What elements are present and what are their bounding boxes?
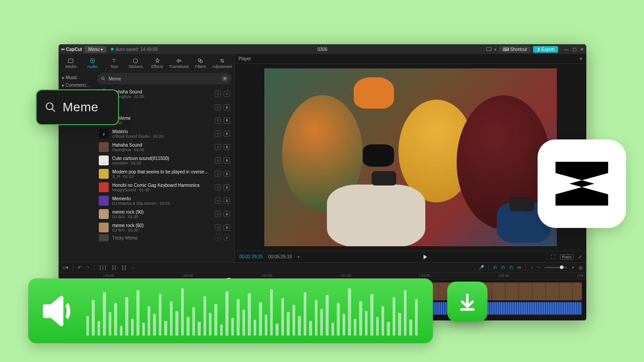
waveform-graphic bbox=[86, 286, 418, 336]
export-button[interactable]: ⬆ Export bbox=[533, 46, 558, 53]
tree-item-commercial[interactable]: ▸ Commercia... bbox=[60, 81, 93, 89]
zoom-fit-icon[interactable]: ◎ bbox=[579, 265, 583, 270]
svg-point-3 bbox=[134, 59, 138, 63]
tab-text[interactable]: Text bbox=[104, 56, 124, 71]
track-title: meme rock (60) bbox=[112, 223, 211, 228]
audio-track-row[interactable]: ♪ Mistério Official Sound Studio · 00:20… bbox=[97, 127, 232, 140]
track-thumb bbox=[99, 234, 109, 241]
download-button[interactable]: ⬇ bbox=[224, 171, 230, 177]
layout-icon[interactable] bbox=[486, 47, 491, 51]
download-button[interactable]: ⬇ bbox=[224, 157, 230, 164]
audio-track-row[interactable]: meme rock (90) DJ BAI · 01:30 ☆⬇ bbox=[97, 207, 232, 221]
asset-tabstrip: Media Audio Text Stickers Effects Transi… bbox=[59, 54, 234, 71]
favorite-button[interactable]: ☆ bbox=[215, 171, 221, 177]
trim-right-tool[interactable]: ][ bbox=[121, 265, 127, 270]
download-button[interactable]: ⬇ bbox=[224, 198, 230, 204]
track-subtitle: DJ Matcha & Slip.stream · 02:55 bbox=[112, 201, 211, 206]
zoom-out-icon[interactable]: ○ bbox=[530, 265, 533, 270]
redo-button[interactable]: ↷ bbox=[86, 265, 89, 270]
favorite-button[interactable]: ☆ bbox=[215, 184, 221, 190]
zoom-slider[interactable] bbox=[545, 267, 567, 268]
tab-filters[interactable]: Filters bbox=[190, 56, 211, 71]
snap-main-icon[interactable]: ⊓ bbox=[493, 265, 497, 270]
snap-preview-icon[interactable]: ⊓ bbox=[501, 265, 505, 270]
tab-audio[interactable]: Audio bbox=[82, 56, 102, 71]
audio-track-row[interactable]: Tricky Meme ☆⬇ bbox=[97, 234, 232, 241]
select-tool[interactable]: ▭▾ bbox=[62, 265, 68, 270]
track-subtitle: 01:00 bbox=[112, 121, 211, 125]
download-overlay-chip[interactable] bbox=[447, 282, 487, 322]
svg-point-9 bbox=[46, 103, 53, 109]
track-thumb bbox=[99, 182, 109, 192]
ratio-button[interactable]: Ratio bbox=[560, 254, 574, 260]
zoom-plus[interactable]: + bbox=[572, 265, 574, 270]
ruler-tick: | 02:30 bbox=[498, 274, 509, 278]
player-menu-icon[interactable]: ≡ bbox=[580, 56, 583, 61]
download-button[interactable]: ⬇ bbox=[224, 144, 230, 150]
download-button[interactable]: ⬇ bbox=[224, 224, 230, 231]
track-thumb bbox=[99, 142, 109, 152]
scale-icon[interactable]: ⛶ bbox=[551, 254, 555, 259]
maximize-button[interactable]: ▢ bbox=[572, 47, 576, 52]
tree-item-music[interactable]: ▸ Music bbox=[60, 74, 93, 81]
search-overlay-chip: Meme bbox=[36, 89, 119, 125]
audio-track-row[interactable]: Memento DJ Matcha & Slip.stream · 02:55 … bbox=[97, 194, 232, 207]
download-button[interactable]: ⬇ bbox=[224, 118, 230, 124]
clear-search-button[interactable]: ✕ bbox=[222, 76, 228, 82]
download-button[interactable]: ⬇ bbox=[224, 130, 230, 137]
favorite-button[interactable]: ☆ bbox=[215, 198, 221, 204]
timecode-total: 00:05:25:18 bbox=[268, 254, 292, 259]
close-button[interactable]: ✕ bbox=[580, 47, 584, 52]
autosave-dot-icon bbox=[111, 48, 114, 51]
zoom-minus[interactable]: − bbox=[538, 265, 540, 270]
split-tool[interactable]: ]|[ bbox=[99, 265, 107, 270]
add-button[interactable]: + bbox=[224, 91, 230, 97]
autosave-status: Auto saved: 14:49:09 bbox=[111, 47, 158, 52]
audio-track-row[interactable]: meme rock (60) DJ BAI · 01:00 ☆⬇ bbox=[97, 221, 232, 234]
favorite-button[interactable]: ☆ bbox=[215, 130, 221, 137]
tab-media[interactable]: Media bbox=[60, 56, 81, 71]
track-title: Mistério bbox=[112, 129, 211, 134]
tab-adjustment[interactable]: Adjustment bbox=[212, 56, 233, 71]
track-options-icon[interactable]: ⇔ bbox=[517, 265, 521, 270]
tab-transitions[interactable]: Transitions bbox=[169, 56, 189, 71]
audio-track-row[interactable]: Hahaha Sound Huanghua · 01:00 ☆⬇ bbox=[97, 140, 232, 154]
menu-button[interactable]: Menu ▾ bbox=[85, 46, 106, 53]
track-thumb: ♪ bbox=[99, 129, 109, 139]
download-button[interactable]: ⬇ bbox=[224, 211, 230, 217]
trim-left-tool[interactable]: ][ bbox=[111, 265, 117, 270]
favorite-button[interactable]: ☆ bbox=[215, 157, 221, 164]
audio-track-row[interactable]: Cute cartoon sound(811500) tomofam · 01:… bbox=[97, 154, 232, 167]
undo-button[interactable]: ↶ bbox=[78, 265, 81, 270]
video-preview[interactable] bbox=[264, 68, 557, 246]
download-button[interactable]: ⬇ bbox=[224, 235, 230, 241]
titlebar: ✂ CapCut Menu ▾ Auto saved: 14:49:09 030… bbox=[59, 44, 586, 54]
favorite-button[interactable]: ☆ bbox=[215, 211, 221, 217]
audio-track-row[interactable]: Modern pop that seems to be played in ov… bbox=[97, 167, 232, 181]
tab-effects[interactable]: Effects bbox=[147, 56, 168, 71]
favorite-button[interactable]: ☆ bbox=[215, 144, 221, 150]
favorite-button[interactable]: ☆ bbox=[215, 91, 221, 97]
favorite-button[interactable]: ☆ bbox=[215, 224, 221, 231]
audio-search-input[interactable]: Meme ✕ bbox=[97, 73, 232, 84]
track-title: Cute cartoon sound(811500) bbox=[112, 156, 211, 161]
track-title: Hahaha Sound bbox=[112, 143, 211, 147]
audio-track-row[interactable]: Honobi no Comic Gag Keyboard Harmonica M… bbox=[97, 181, 232, 194]
play-button[interactable] bbox=[424, 255, 427, 259]
download-button[interactable]: ⬇ bbox=[224, 104, 230, 110]
delete-tool[interactable]: ▭ bbox=[131, 265, 135, 270]
minimize-button[interactable]: — bbox=[564, 47, 569, 52]
fullscreen-icon[interactable]: ⤢ bbox=[578, 254, 582, 259]
track-title: Tricky Meme bbox=[112, 236, 211, 240]
tab-stickers[interactable]: Stickers bbox=[125, 56, 146, 71]
favorite-button[interactable]: ☆ bbox=[215, 235, 221, 241]
track-subtitle: DJ BAI · 01:30 bbox=[112, 215, 211, 219]
mic-icon[interactable]: 🎤 bbox=[479, 265, 484, 270]
track-thumb bbox=[99, 209, 109, 219]
snap-linked-icon[interactable]: ⊓ bbox=[509, 265, 513, 270]
search-icon bbox=[101, 76, 106, 81]
favorite-button[interactable]: ☆ bbox=[215, 118, 221, 124]
download-button[interactable]: ⬇ bbox=[224, 184, 230, 190]
shortcut-button[interactable]: ⌨ Shortcut bbox=[499, 46, 530, 53]
favorite-button[interactable]: ☆ bbox=[215, 104, 221, 110]
